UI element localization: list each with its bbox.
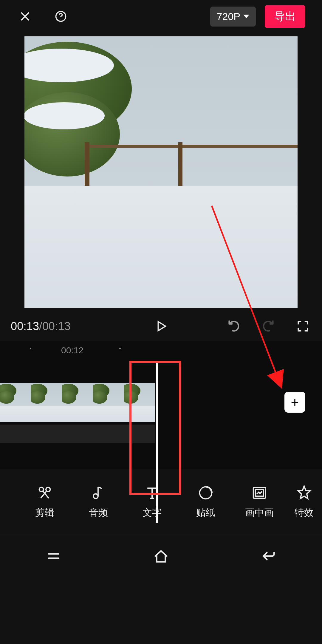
nav-home-button[interactable]	[143, 546, 179, 566]
tool-label: 画中画	[245, 506, 274, 519]
tool-label: 文字	[143, 506, 162, 519]
tool-label: 剪辑	[35, 506, 54, 519]
plus-icon: +	[291, 394, 299, 410]
tool-label: 音频	[89, 506, 108, 519]
video-preview[interactable]	[24, 36, 298, 308]
export-button[interactable]: 导出	[265, 5, 305, 28]
play-button[interactable]	[152, 317, 170, 335]
ruler-tick: 00:12	[61, 345, 83, 355]
tool-edit[interactable]: 剪辑	[18, 485, 72, 519]
bottom-toolbar: 剪辑 音频 文字 贴纸 画中画 特效	[0, 469, 322, 535]
chevron-down-icon	[243, 15, 249, 18]
tool-audio[interactable]: 音频	[72, 485, 125, 519]
export-label: 导出	[274, 10, 296, 22]
current-time: 00:13	[11, 320, 39, 333]
time-separator: /	[39, 320, 42, 333]
undo-button[interactable]	[225, 318, 242, 335]
tool-pip[interactable]: 画中画	[233, 485, 286, 519]
help-button[interactable]	[52, 8, 69, 25]
audio-track[interactable]	[0, 425, 155, 443]
timeline[interactable]: 00:12 +	[0, 341, 322, 469]
nav-menu-button[interactable]	[36, 546, 72, 566]
svg-point-1	[61, 19, 61, 19]
tool-effects[interactable]: 特效	[286, 485, 322, 519]
resolution-dropdown[interactable]: 720P	[210, 7, 256, 27]
timeline-ruler: 00:12	[0, 341, 322, 358]
fullscreen-button[interactable]	[295, 318, 311, 335]
nav-back-button[interactable]	[250, 546, 286, 566]
tool-sticker[interactable]: 贴纸	[179, 485, 233, 519]
tool-label: 特效	[295, 506, 314, 519]
tool-text[interactable]: 文字	[125, 485, 179, 519]
redo-button[interactable]	[260, 318, 277, 335]
playhead[interactable]	[156, 362, 158, 523]
add-clip-button[interactable]: +	[284, 392, 305, 413]
tool-label: 贴纸	[196, 506, 215, 519]
video-clip[interactable]	[0, 383, 155, 422]
resolution-label: 720P	[217, 11, 240, 22]
svg-point-4	[93, 494, 98, 499]
total-time: 00:13	[42, 320, 71, 333]
close-button[interactable]	[17, 8, 33, 25]
